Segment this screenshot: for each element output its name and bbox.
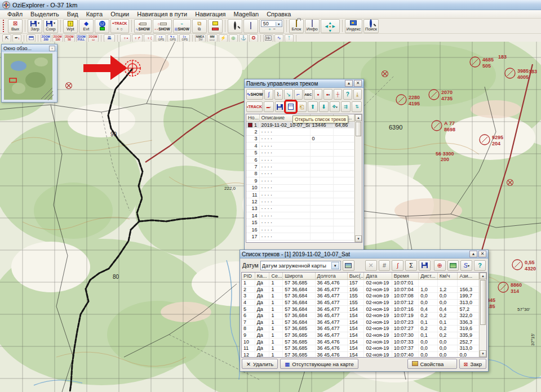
show-tracks-button[interactable]: ⌁ ⛓SHOW (173, 19, 191, 33)
gps-upload-track-icon[interactable]: ＋⟨ (144, 34, 154, 42)
properties-button[interactable]: Свойства (407, 359, 457, 369)
info-button[interactable]: Инфо (305, 19, 320, 33)
track-panel-row-6[interactable]: 6· · · · (246, 157, 354, 163)
list-help-button[interactable]: ? (474, 260, 486, 271)
track-crosshair-icon[interactable]: ┼ (334, 89, 343, 100)
track-move-down-icon[interactable]: ⬇ (319, 101, 329, 112)
track-panel-row-17[interactable]: 17· · · · (246, 233, 354, 240)
track-point-row-6[interactable]: 6Да157 36,68436 45,47715402-ноя-1910:07:… (242, 313, 479, 319)
menu-item-7[interactable]: Навигация (191, 11, 229, 17)
menu-item-1[interactable]: Файл (3, 11, 26, 17)
title-bar[interactable]: OziExplorer - O-37 1km (0, 0, 541, 10)
datum-dropdown-icon[interactable]: ▾ (331, 262, 339, 269)
compass-icon[interactable]: ✒t (12, 34, 21, 42)
zoom-▭-button[interactable]: ZOOM▭ (88, 34, 99, 42)
profile-chart-icon[interactable]: ∿ (274, 34, 283, 42)
anchor-icon[interactable]: ⚓ (239, 34, 248, 42)
track-panel-row-2[interactable]: 2· · · · (246, 128, 354, 135)
block-button[interactable]: Блок (289, 19, 304, 33)
track-label-button[interactable]: ABC (304, 89, 313, 100)
event-button[interactable]: ◆ Evt (79, 19, 94, 33)
track-list-rollup-icon[interactable]: ▴ (469, 251, 477, 257)
track-panel-row-11[interactable]: 11· · · · (246, 191, 354, 198)
menu-item-3[interactable]: Вид (63, 11, 82, 17)
windows-icon[interactable] (26, 34, 36, 42)
mm-button[interactable]: MM▭▭ (207, 34, 218, 42)
track-ruler-icon[interactable]: ▬• (264, 101, 274, 112)
menu-item-4[interactable]: Карта (82, 11, 107, 17)
track-smooth-icon[interactable]: ∫ (264, 89, 273, 100)
scroll-thumb[interactable] (480, 280, 486, 325)
track-panel-row-3[interactable]: 3· · · ·0 (246, 136, 354, 142)
gps-upload-route-icon[interactable]: ＋↱ (132, 34, 143, 42)
zoom-combo[interactable]: 50 ▾ ＋ − (259, 19, 284, 33)
track-point-row-8[interactable]: 8Да157 36,68536 45,47715402-ноя-1910:07:… (242, 326, 479, 332)
h2-button[interactable]: H² (263, 34, 273, 42)
track-panel-row-5[interactable]: 5· · · · (246, 150, 354, 157)
search-button[interactable]: Поиск (363, 19, 379, 33)
track-panel-titlebar[interactable]: Панель управления треком ▴ ✕ (245, 79, 363, 88)
index-map-button[interactable]: Индекс (345, 19, 362, 33)
delete-track-button[interactable]: ✕Удалить (242, 359, 278, 369)
track-point-row-7[interactable]: 7Да157 36,68436 45,47715402-ноя-1910:07:… (242, 319, 479, 326)
show-on-map-button[interactable] (447, 260, 459, 271)
track-list-col-4[interactable]: Долгота (316, 273, 348, 279)
track-panel-row-7[interactable]: 7· · · · (246, 163, 354, 170)
pan-down-icon[interactable]: ▼ (328, 29, 332, 33)
map-windows-button[interactable] (243, 19, 258, 33)
scroll-down-icon[interactable]: ▼ (355, 235, 362, 242)
lifebuoy-icon[interactable]: ✪ (249, 34, 258, 42)
track-panel-rollup-icon[interactable]: ▴ (345, 80, 353, 87)
track-list-col-3[interactable]: Широта (283, 273, 315, 279)
zoom-full-button[interactable]: ZOOMFULL (76, 34, 87, 42)
track-point-row-12[interactable]: 12Да157 36,68536 45,47615402-ноя-1910:07… (242, 352, 479, 358)
menu-item-2[interactable]: Выделить (26, 11, 63, 17)
track-point-row-10[interactable]: 10Да157 36,68536 45,47615402-ноя-1910:07… (242, 338, 479, 345)
track-panel-row-8[interactable]: 8· · · · (246, 171, 354, 177)
zoom-200-button[interactable]: ZOOM200 (41, 34, 51, 42)
pan-left-icon[interactable]: ◀ (325, 24, 328, 29)
track-panel-row-15[interactable]: 15· · · · (246, 219, 354, 226)
zoom-100-button[interactable]: ZOOM100 (52, 34, 63, 42)
track-mode-button[interactable]: •TRACK (246, 101, 263, 112)
menu-item-6[interactable]: Навигация в пути (133, 11, 191, 17)
pan-up-icon[interactable]: ▲ (328, 20, 332, 24)
show-waypoints-button[interactable]: ▪ ∿SHOW (134, 19, 152, 33)
datum-select[interactable]: Датум загруженной карты ▾ (260, 261, 341, 270)
antenna-icon[interactable]: ᛉ (285, 34, 294, 42)
track-dot-menu-icon[interactable]: ●▾ (323, 89, 332, 100)
map-features-button[interactable]: ⧉ ⧉ (192, 19, 207, 33)
track-panel-row-16[interactable]: 16· · · · (246, 226, 354, 233)
save-list-button[interactable] (419, 260, 431, 271)
track-save-icon[interactable] (275, 101, 285, 112)
picture-button[interactable] (343, 260, 354, 271)
track-list-dialog[interactable]: Список треков - [1] 2019-11-02_10-07_Sat… (240, 250, 489, 372)
track-list-table[interactable]: PIDКа...Се...ШиротаДолготаВыс(...ДатаВре… (241, 272, 487, 358)
track-panel-row-9[interactable]: 9· · · · (246, 177, 354, 184)
map-point-button[interactable]: 12 (95, 19, 109, 33)
track-panel-scrollbar[interactable]: ▲ ▼ (354, 114, 362, 242)
s-menu-button[interactable]: S▾ (460, 260, 472, 271)
track-list-titlebar[interactable]: Список треков - [1] 2019-11-02_10-07_Sat… (240, 250, 488, 259)
map-viewport[interactable]: 4685505398540052280419520704735А 7786989… (0, 42, 541, 392)
track-list-col-8[interactable]: Дист... (419, 273, 438, 279)
zoom-dropdown-icon[interactable]: ▾ (276, 22, 282, 26)
add-track-button[interactable]: +TRACK + ○ (110, 19, 129, 33)
track-panel-close-icon[interactable]: ✕ (354, 80, 362, 87)
track-panel-col-0[interactable]: Но... (246, 114, 260, 121)
track-point-row-4[interactable]: 4Да157 36,68436 45,47715502-ноя-1910:07:… (242, 300, 479, 306)
toolbar-drag-handle[interactable] (3, 20, 6, 32)
track-segment-icon[interactable]: ⌐ (294, 89, 303, 100)
track-list-col-10[interactable]: Ази... (458, 273, 479, 279)
menu-item-9[interactable]: Справка (263, 11, 295, 17)
track-list-col-9[interactable]: Км/ч (438, 273, 458, 279)
gps-download-route-icon[interactable]: ↰＋GPS (167, 34, 178, 42)
missing-on-map-button[interactable]: ▦Отсутствующие на карте (280, 359, 358, 369)
track-list-col-1[interactable]: Ка... (255, 273, 270, 279)
track-dot-icon[interactable]: ● (314, 89, 323, 100)
center-map-button[interactable]: ⊕ (434, 260, 446, 271)
track-load-file-icon[interactable]: ⎗ (297, 101, 307, 112)
pan-center-icon[interactable]: ● (329, 25, 331, 28)
track-add-menu-icon[interactable]: ✥▾ (330, 101, 340, 112)
print-map-icon[interactable]: 🖶 (104, 34, 115, 42)
